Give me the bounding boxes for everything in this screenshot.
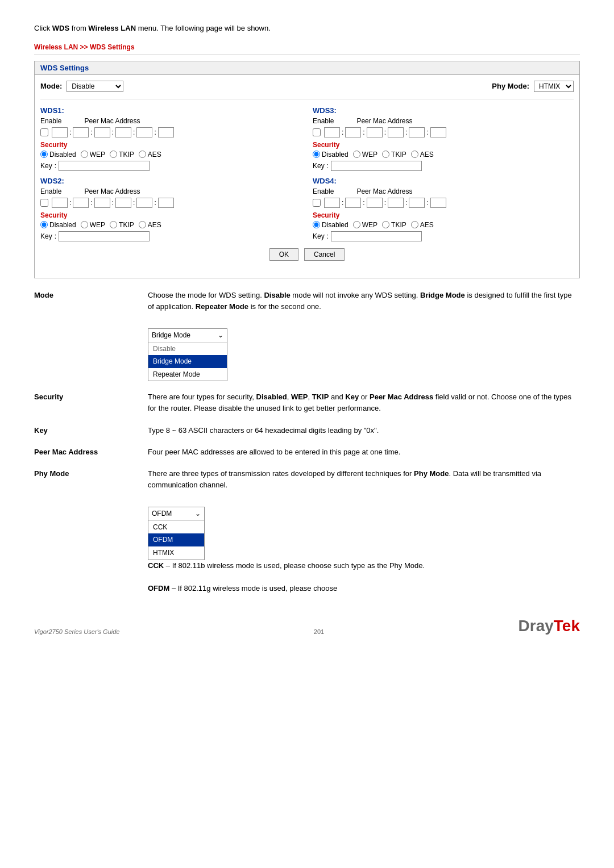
security-desc-row: Security There are four types for securi… — [34, 391, 580, 414]
wds3-sec-tkip-label[interactable]: TKIP — [382, 151, 406, 158]
wds4-sec-disabled-radio[interactable] — [313, 221, 320, 228]
wep-bold: WEP — [291, 393, 308, 401]
wds1-sep4: : — [133, 128, 135, 136]
wds3-key-input[interactable] — [331, 161, 422, 171]
key-desc-row: Key Type 8 ~ 63 ASCII characters or 64 h… — [34, 425, 580, 436]
wds3-sep1: : — [342, 128, 343, 136]
wds4-sec-wep-radio[interactable] — [353, 221, 360, 228]
wds-settings-title: WDS Settings — [35, 61, 579, 75]
wds1-mac2[interactable] — [73, 127, 89, 137]
wds4-sec-disabled-label[interactable]: Disabled — [313, 221, 349, 229]
wds1-security-row: Disabled WEP TKIP AES — [40, 151, 301, 158]
wds2-sec-disabled-radio[interactable] — [40, 221, 48, 228]
wds3-mac1[interactable] — [324, 127, 340, 137]
wds4-key-row: Key : — [313, 231, 574, 241]
wds3-title: WDS3: — [313, 106, 574, 115]
wds2-security-label: Security — [40, 211, 301, 219]
wds4-mac2[interactable] — [345, 198, 361, 208]
bridge-mode-bold: Bridge Mode — [420, 291, 465, 299]
wds3-sec-tkip-radio[interactable] — [382, 151, 389, 158]
phy-mode-select[interactable]: CCK OFDM HTMIX — [534, 81, 574, 92]
wds4-mac1[interactable] — [324, 198, 340, 208]
wds4-sec-tkip-label[interactable]: TKIP — [382, 221, 406, 229]
wds1-sec-aes-label[interactable]: AES — [139, 151, 161, 158]
wds2-mac2[interactable] — [73, 198, 89, 208]
wds1-enable-checkbox[interactable] — [40, 128, 48, 136]
wds4-mac5[interactable] — [409, 198, 425, 208]
wds2-key-input[interactable] — [59, 231, 150, 241]
mode-select[interactable]: Disable Bridge Mode Repeater Mode — [67, 81, 123, 92]
wds3-sec-aes-label[interactable]: AES — [411, 151, 434, 158]
wds4-sec-aes-label[interactable]: AES — [411, 221, 434, 229]
wds2-sec-wep-radio[interactable] — [81, 221, 88, 228]
wds2-sec-wep-label[interactable]: WEP — [81, 221, 105, 229]
ok-button[interactable]: OK — [269, 248, 298, 261]
mode-dropdown-header: Bridge Mode ⌄ — [148, 329, 227, 343]
disabled-bold: Disabled — [256, 393, 287, 401]
wds3-enable-checkbox[interactable] — [313, 128, 321, 136]
wds4-sec-wep-label[interactable]: WEP — [353, 221, 377, 229]
wds2-sec-tkip-label[interactable]: TKIP — [110, 221, 134, 229]
wds1-sec-disabled-label[interactable]: Disabled — [40, 151, 76, 158]
wds4-key-colon: : — [327, 232, 329, 240]
wds2-sec-tkip-radio[interactable] — [110, 221, 117, 228]
wds3-mac2[interactable] — [345, 127, 361, 137]
mode-dropdown-chevron-icon: ⌄ — [218, 330, 223, 341]
wds1-mac3[interactable] — [94, 127, 110, 137]
wds4-mac3[interactable] — [367, 198, 383, 208]
wds3-sec-aes-radio[interactable] — [411, 151, 418, 158]
cancel-button[interactable]: Cancel — [304, 248, 345, 261]
wds1-sec-tkip-radio[interactable] — [110, 151, 117, 158]
wds1-mac5[interactable] — [136, 127, 152, 137]
wds4-sec-tkip-radio[interactable] — [382, 221, 389, 228]
wds1-title: WDS1: — [40, 106, 301, 115]
wds3-mac4[interactable] — [388, 127, 404, 137]
wds1-mac4[interactable] — [115, 127, 131, 137]
wds4-security-row: Disabled WEP TKIP AES — [313, 221, 574, 229]
wds2-sec-aes-radio[interactable] — [139, 221, 146, 228]
wds1-sec-aes-radio[interactable] — [139, 151, 146, 158]
wds1-security-label: Security — [40, 141, 301, 149]
wds4-mac6[interactable] — [430, 198, 446, 208]
wds4-key-input[interactable] — [331, 231, 422, 241]
wds3-mac5[interactable] — [409, 127, 425, 137]
wds2-mac6[interactable] — [158, 198, 174, 208]
wds1-mac-row: : : : : : — [40, 127, 301, 137]
wds4-title: WDS4: — [313, 177, 574, 185]
wds1-mac1[interactable] — [52, 127, 68, 137]
wds1-key-input[interactable] — [59, 161, 150, 171]
mode-label: Mode: — [40, 82, 62, 90]
wds2-enable-checkbox[interactable] — [40, 199, 48, 207]
wds2-mac1[interactable] — [52, 198, 68, 208]
wds3-sec-wep-radio[interactable] — [353, 151, 360, 158]
wds2-mac4[interactable] — [115, 198, 131, 208]
wds2-mac3[interactable] — [94, 198, 110, 208]
wds3-mac3[interactable] — [367, 127, 383, 137]
wds4-peer-mac-label: Peer Mac Address — [356, 187, 412, 195]
wds2-mac5[interactable] — [136, 198, 152, 208]
mode-desc-row: Mode Choose the mode for WDS setting. Di… — [34, 290, 580, 382]
wds1-sec-wep-radio[interactable] — [81, 151, 88, 158]
footer: Vigor2750 Series User's Guide 201 DrayTe… — [34, 617, 580, 635]
wds1-sec-disabled-radio[interactable] — [40, 151, 48, 158]
wds1-mac6[interactable] — [158, 127, 174, 137]
wds3-sec-wep-label[interactable]: WEP — [353, 151, 377, 158]
wds4-enable-checkbox[interactable] — [313, 199, 321, 207]
wds2-key-label: Key — [40, 232, 52, 240]
mode-dropdown-value: Bridge Mode — [152, 330, 190, 341]
wds2-sec-disabled-label[interactable]: Disabled — [40, 221, 76, 229]
wds1-sep2: : — [90, 128, 92, 136]
wds1-sec-wep-label[interactable]: WEP — [81, 151, 105, 158]
phy-dropdown-chevron-icon: ⌄ — [195, 508, 201, 519]
wds2-peer-mac-label: Peer Mac Address — [84, 187, 140, 195]
wds2-key-row: Key : — [40, 231, 301, 241]
wds3-mac6[interactable] — [430, 127, 446, 137]
wds4-mac4[interactable] — [388, 198, 404, 208]
wds1-key-colon: : — [55, 162, 56, 170]
wds3-sec-disabled-radio[interactable] — [313, 151, 320, 158]
wds2-sec-aes-label[interactable]: AES — [139, 221, 161, 229]
wds1-sec-tkip-label[interactable]: TKIP — [110, 151, 134, 158]
wds4-sec-aes-radio[interactable] — [411, 221, 418, 228]
wds3-sec-disabled-label[interactable]: Disabled — [313, 151, 349, 158]
peer-mac-term: Peer Mac Address — [34, 446, 148, 456]
